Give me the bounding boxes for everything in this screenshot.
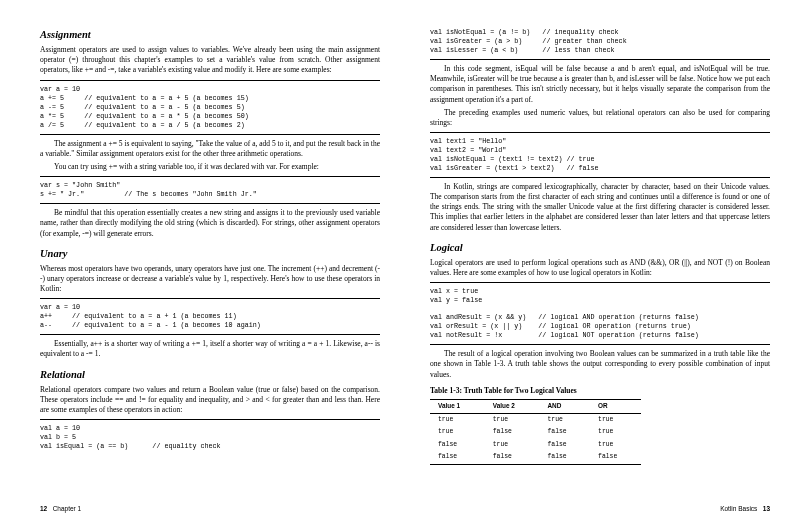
table-row: truetruetruetrue [430,413,641,426]
paragraph: Essentially, a++ is a shorter way of wri… [40,339,380,359]
code-block: val isNotEqual = (a != b) // inequality … [430,24,770,60]
paragraph: Be mindful that this operation essential… [40,208,380,238]
right-page: val isNotEqual = (a != b) // inequality … [405,20,770,514]
footer-left: 12 Chapter 1 [40,505,81,514]
paragraph: Whereas most operators have two operands… [40,264,380,294]
table-header: AND [539,399,590,413]
table-caption: Table 1-3: Truth Table for Two Logical V… [430,386,770,396]
page-number: 12 [40,505,47,512]
code-block: var a = 10 a++ // equivalent to a = a + … [40,298,380,335]
table-row: truefalsefalsetrue [430,426,641,439]
heading-assignment: Assignment [40,28,380,42]
code-block: val a = 10 val b = 5 val isEqual = (a ==… [40,419,380,455]
table-header: Value 1 [430,399,485,413]
table-header: Value 2 [485,399,540,413]
footer-right: Kotlin Basics 13 [720,505,770,514]
table-row: falsetruefalsetrue [430,439,641,452]
table-row: falsefalsefalsefalse [430,451,641,464]
paragraph: Logical operators are used to perform lo… [430,258,770,278]
code-block: val x = true val y = false [430,282,770,305]
paragraph: The result of a logical operation involv… [430,349,770,379]
paragraph: The assignment a += 5 is equivalent to s… [40,139,380,159]
page-number: 13 [763,505,770,512]
paragraph: In Kotlin, strings are compared lexicogr… [430,182,770,233]
section-label: Kotlin Basics [720,505,757,512]
heading-unary: Unary [40,247,380,261]
chapter-label: Chapter 1 [53,505,82,512]
truth-table: Value 1 Value 2 AND OR truetruetruetrue … [430,399,641,465]
paragraph: Relational operators compare two values … [40,385,380,415]
heading-relational: Relational [40,368,380,382]
code-block: val text1 = "Hello" val text2 = "World" … [430,132,770,178]
table-header: OR [590,399,641,413]
code-block: val andResult = (x && y) // logical AND … [430,309,770,345]
paragraph: You can try using += with a string varia… [40,162,380,172]
paragraph: Assignment operators are used to assign … [40,45,380,75]
page-spread: Assignment Assignment operators are used… [0,0,810,530]
code-block: var a = 10 a += 5 // equivalent to a = a… [40,80,380,135]
code-block: var s = "John Smith" s += " Jr." // The … [40,176,380,204]
paragraph: In this code segment, isEqual will be fa… [430,64,770,105]
heading-logical: Logical [430,241,770,255]
paragraph: The preceding examples used numeric valu… [430,108,770,128]
left-page: Assignment Assignment operators are used… [40,20,405,514]
